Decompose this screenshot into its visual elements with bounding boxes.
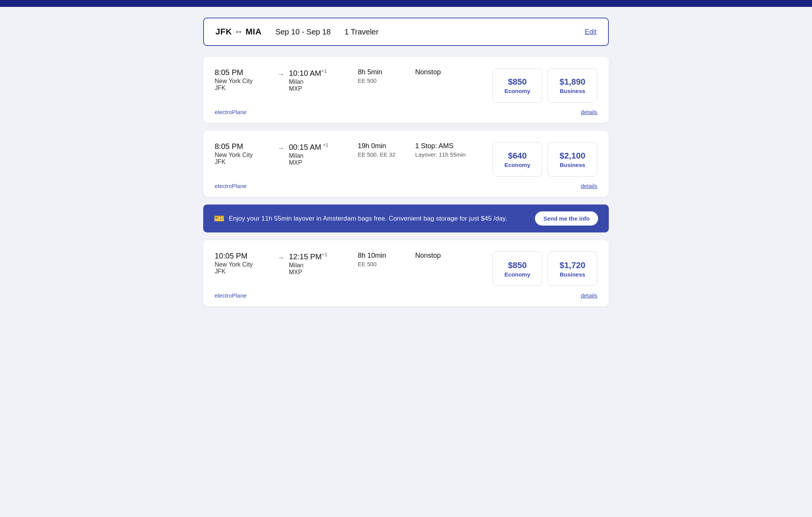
economy-price-box[interactable]: $850 Economy xyxy=(492,252,542,286)
airline-link[interactable]: electroPlane xyxy=(215,109,246,115)
edit-button[interactable]: Edit xyxy=(585,28,597,36)
economy-label: Economy xyxy=(504,271,530,278)
arrive-city: Milan xyxy=(289,262,350,269)
flight-prices: $640 Economy $2,100 Business xyxy=(492,142,597,177)
arrive-city: Milan xyxy=(289,152,350,159)
promo-banner: 🎫 Enjoy your 11h 55min layover in Amster… xyxy=(203,205,609,232)
arrive-airport: MXP xyxy=(289,269,350,276)
depart-airport: JFK xyxy=(215,85,276,92)
business-price-box[interactable]: $1,890 Business xyxy=(548,68,597,103)
arrow-icon: → xyxy=(276,142,289,152)
economy-price: $850 xyxy=(508,260,527,270)
flight-prices: $850 Economy $1,890 Business xyxy=(492,68,597,103)
promo-message: Enjoy your 11h 55min layover in Amsterda… xyxy=(229,215,507,223)
flight-stops: 1 Stop: AMS Layover: 11h 55min xyxy=(411,142,488,158)
flight-footer: electroPlane details xyxy=(215,183,597,189)
flight-main-row: 8:05 PM New York City JFK → 00:15 AM +1 … xyxy=(215,142,597,177)
business-price: $1,720 xyxy=(559,260,585,270)
promo-icon: 🎫 xyxy=(214,214,224,224)
business-label: Business xyxy=(560,162,585,168)
flight-prices: $850 Economy $1,720 Business xyxy=(492,252,597,286)
flight-stops: Nonstop xyxy=(411,252,488,260)
flight-segment: 10:05 PM New York City JFK → 12:15 PM+1 … xyxy=(215,252,492,276)
flight-arrive: 12:15 PM+1 Milan MXP xyxy=(289,252,350,276)
route-text: JFK ↔ MIA xyxy=(215,27,262,37)
economy-price: $850 xyxy=(508,77,527,87)
business-label: Business xyxy=(560,271,585,278)
flight-duration: 8h 10min EE 500 xyxy=(350,252,411,267)
business-price: $1,890 xyxy=(559,77,585,87)
stops-text: Nonstop xyxy=(415,252,488,260)
flight-footer: electroPlane details xyxy=(215,109,597,115)
business-price: $2,100 xyxy=(559,151,585,161)
flight-depart: 8:05 PM New York City JFK xyxy=(215,68,276,92)
arrive-time: 12:15 PM+1 xyxy=(289,252,350,261)
flight-arrive: 00:15 AM +1 Milan MXP xyxy=(289,142,350,166)
arrive-time: 00:15 AM +1 xyxy=(289,142,350,152)
economy-price: $640 xyxy=(508,151,527,161)
flight-arrive: 10:10 AM+1 Milan MXP xyxy=(289,68,350,92)
depart-city: New York City xyxy=(215,261,276,268)
flight-segment: 8:05 PM New York City JFK → 10:10 AM+1 M… xyxy=(215,68,492,92)
arrow-icon: → xyxy=(276,68,289,79)
traveler-text: 1 Traveler xyxy=(344,28,378,36)
arrive-airport: MXP xyxy=(289,85,350,92)
economy-price-box[interactable]: $640 Economy xyxy=(492,142,542,177)
flight-card: 8:05 PM New York City JFK → 00:15 AM +1 … xyxy=(203,131,609,197)
promo-text: 🎫 Enjoy your 11h 55min layover in Amster… xyxy=(214,214,507,224)
duration-time: 19h 0min xyxy=(358,142,411,150)
stops-text: Nonstop xyxy=(415,68,488,76)
details-link[interactable]: details xyxy=(581,109,597,115)
search-bar-left: JFK ↔ MIA Sep 10 - Sep 18 1 Traveler xyxy=(215,27,378,37)
flight-card: 10:05 PM New York City JFK → 12:15 PM+1 … xyxy=(203,240,609,306)
flight-number: EE 500 xyxy=(358,261,411,267)
depart-city: New York City xyxy=(215,78,276,85)
details-link[interactable]: details xyxy=(581,292,597,299)
airline-link[interactable]: electroPlane xyxy=(215,292,246,299)
promo-button[interactable]: Send me the info xyxy=(535,211,598,226)
flight-depart: 8:05 PM New York City JFK xyxy=(215,142,276,165)
depart-city: New York City xyxy=(215,152,276,159)
date-text: Sep 10 - Sep 18 xyxy=(276,28,331,36)
flight-main-row: 10:05 PM New York City JFK → 12:15 PM+1 … xyxy=(215,252,597,286)
flight-depart: 10:05 PM New York City JFK xyxy=(215,252,276,275)
business-label: Business xyxy=(560,88,585,94)
arrive-city: Milan xyxy=(289,79,350,85)
search-bar: JFK ↔ MIA Sep 10 - Sep 18 1 Traveler Edi… xyxy=(203,18,609,46)
depart-time: 10:05 PM xyxy=(215,252,276,260)
economy-label: Economy xyxy=(504,88,530,94)
depart-time: 8:05 PM xyxy=(215,142,276,151)
page-container: JFK ↔ MIA Sep 10 - Sep 18 1 Traveler Edi… xyxy=(196,7,616,325)
duration-time: 8h 10min xyxy=(358,252,411,260)
flight-duration: 19h 0min EE 500, EE 32 xyxy=(350,142,411,158)
flight-number: EE 500 xyxy=(358,77,411,84)
stops-text: 1 Stop: AMS xyxy=(415,142,488,150)
flight-duration: 8h 5min EE 500 xyxy=(350,68,411,84)
business-price-box[interactable]: $2,100 Business xyxy=(548,142,597,177)
flight-stops: Nonstop xyxy=(411,68,488,76)
flight-footer: electroPlane details xyxy=(215,292,597,299)
airline-link[interactable]: electroPlane xyxy=(215,183,246,189)
arrive-airport: MXP xyxy=(289,159,350,166)
depart-airport: JFK xyxy=(215,268,276,275)
depart-time: 8:05 PM xyxy=(215,68,276,77)
flight-card: 8:05 PM New York City JFK → 10:10 AM+1 M… xyxy=(203,57,609,123)
business-price-box[interactable]: $1,720 Business xyxy=(548,252,597,286)
arrive-time: 10:10 AM+1 xyxy=(289,68,350,78)
details-link[interactable]: details xyxy=(581,183,597,189)
economy-label: Economy xyxy=(504,162,530,168)
flight-segment: 8:05 PM New York City JFK → 00:15 AM +1 … xyxy=(215,142,492,166)
duration-time: 8h 5min xyxy=(358,68,411,76)
flight-main-row: 8:05 PM New York City JFK → 10:10 AM+1 M… xyxy=(215,68,597,103)
economy-price-box[interactable]: $850 Economy xyxy=(492,68,542,103)
top-bar xyxy=(0,0,812,7)
arrow-icon: → xyxy=(276,252,289,262)
flight-number: EE 500, EE 32 xyxy=(358,151,411,158)
layover-text: Layover: 11h 55min xyxy=(415,151,488,158)
depart-airport: JFK xyxy=(215,159,276,165)
